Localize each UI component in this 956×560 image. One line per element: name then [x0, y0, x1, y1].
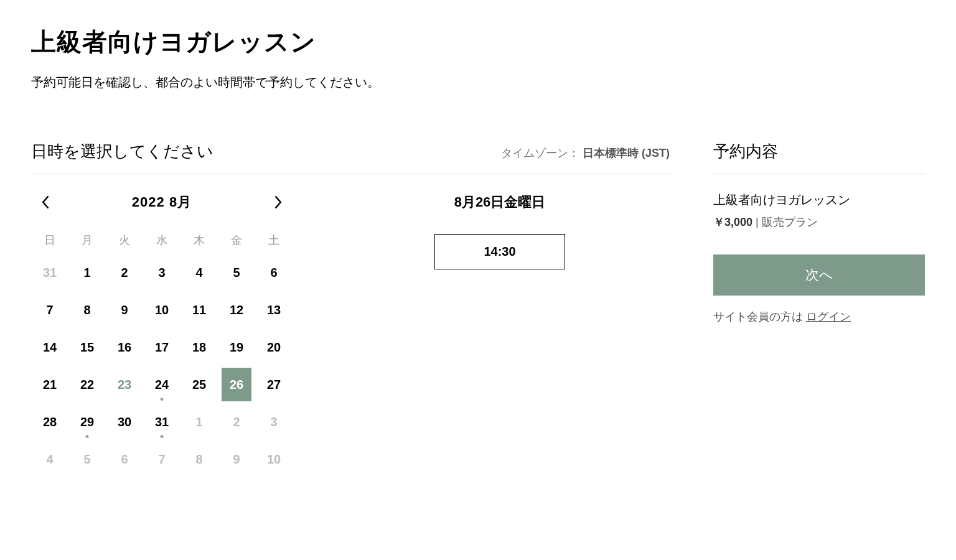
- calendar-day: 2: [218, 403, 255, 441]
- calendar-day[interactable]: 2: [106, 254, 143, 291]
- calendar-dow: 金: [218, 226, 255, 254]
- calendar-day: 5: [68, 441, 106, 478]
- availability-dot-icon: [161, 435, 164, 438]
- calendar-day[interactable]: 21: [31, 366, 68, 403]
- calendar-day[interactable]: 8: [68, 291, 106, 329]
- calendar-next-button[interactable]: [269, 193, 288, 212]
- calendar-day[interactable]: 23: [106, 366, 143, 403]
- calendar-day: 8: [180, 441, 218, 478]
- summary-price-line: ￥3,000 | 販売プラン: [713, 215, 925, 230]
- calendar-day[interactable]: 11: [180, 291, 218, 329]
- calendar-day[interactable]: 6: [255, 254, 293, 291]
- calendar-dow: 水: [143, 226, 180, 254]
- calendar-day: 10: [255, 441, 293, 478]
- calendar-prev-button[interactable]: [36, 193, 55, 212]
- calendar-day: 31: [31, 254, 68, 291]
- datetime-header-row: 日時を選択してください タイムゾーン： 日本標準時 (JST): [31, 141, 670, 174]
- calendar-day[interactable]: 16: [106, 329, 143, 366]
- calendar-day[interactable]: 24: [143, 366, 180, 403]
- calendar-day[interactable]: 1: [68, 254, 106, 291]
- calendar-day[interactable]: 25: [180, 366, 218, 403]
- summary-price-sep: |: [752, 216, 762, 228]
- page-title: 上級者向けヨガレッスン: [31, 25, 925, 59]
- calendar-day[interactable]: 27: [255, 366, 293, 403]
- calendar-day[interactable]: 20: [255, 329, 293, 366]
- calendar-day[interactable]: 10: [143, 291, 180, 329]
- calendar-dow: 火: [106, 226, 143, 254]
- timezone-prefix: タイムゾーン：: [501, 147, 579, 159]
- calendar-dow: 木: [180, 226, 218, 254]
- calendar-day[interactable]: 9: [106, 291, 143, 329]
- calendar-day[interactable]: 15: [68, 329, 106, 366]
- calendar-day: 7: [143, 441, 180, 478]
- calendar-day[interactable]: 31: [143, 403, 180, 441]
- calendar-day[interactable]: 30: [106, 403, 143, 441]
- login-link[interactable]: ログイン: [806, 310, 851, 323]
- calendar-day[interactable]: 19: [218, 329, 255, 366]
- calendar-day[interactable]: 18: [180, 329, 218, 366]
- calendar-day[interactable]: 14: [31, 329, 68, 366]
- calendar-dow: 月: [68, 226, 106, 254]
- summary-title: 予約内容: [713, 141, 925, 174]
- calendar-day[interactable]: 5: [218, 254, 255, 291]
- select-datetime-title: 日時を選択してください: [31, 141, 213, 162]
- timezone-value: 日本標準時 (JST): [583, 147, 670, 159]
- chevron-left-icon: [40, 196, 50, 208]
- calendar-dow: 日: [31, 226, 68, 254]
- summary-plan-label: 販売プラン: [762, 216, 818, 228]
- calendar-day[interactable]: 4: [180, 254, 218, 291]
- calendar-day: 3: [255, 403, 293, 441]
- timezone-label: タイムゾーン： 日本標準時 (JST): [501, 146, 670, 161]
- calendar-day[interactable]: 28: [31, 403, 68, 441]
- calendar: 2022 8月 日月火水木金土3112345678910111213141516…: [31, 193, 293, 478]
- login-line: サイト会員の方は ログイン: [713, 309, 925, 324]
- calendar-dow: 土: [255, 226, 293, 254]
- calendar-month-label: 2022 8月: [132, 193, 192, 212]
- calendar-day[interactable]: 7: [31, 291, 68, 329]
- calendar-day[interactable]: 22: [68, 366, 106, 403]
- calendar-day[interactable]: 26: [218, 366, 255, 403]
- calendar-day: 9: [218, 441, 255, 478]
- calendar-day[interactable]: 29: [68, 403, 106, 441]
- selected-date-label: 8月26日金曜日: [330, 193, 670, 212]
- summary-service-name: 上級者向けヨガレッスン: [713, 192, 925, 208]
- page-subtitle: 予約可能日を確認し、都合のよい時間帯で予約してください。: [31, 74, 925, 91]
- login-prefix: サイト会員の方は: [713, 310, 806, 323]
- summary-price: ￥3,000: [713, 216, 752, 228]
- chevron-right-icon: [273, 196, 283, 208]
- calendar-day[interactable]: 3: [143, 254, 180, 291]
- calendar-day[interactable]: 17: [143, 329, 180, 366]
- time-slot[interactable]: 14:30: [434, 234, 565, 269]
- availability-dot-icon: [161, 398, 164, 401]
- calendar-day: 1: [180, 403, 218, 441]
- calendar-day: 6: [106, 441, 143, 478]
- calendar-day: 4: [31, 441, 68, 478]
- next-button[interactable]: 次へ: [713, 254, 925, 296]
- calendar-day[interactable]: 13: [255, 291, 293, 329]
- calendar-day[interactable]: 12: [218, 291, 255, 329]
- availability-dot-icon: [86, 435, 89, 438]
